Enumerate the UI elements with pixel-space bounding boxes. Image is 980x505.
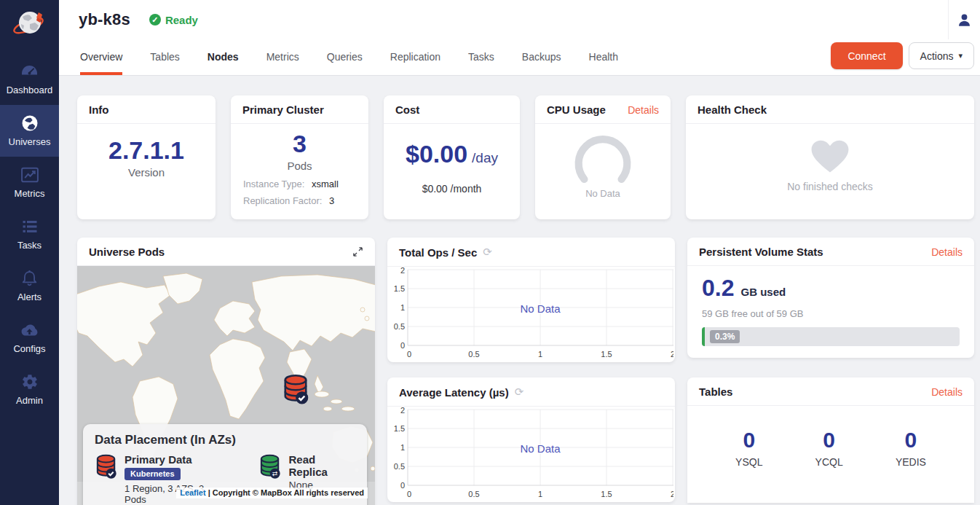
- svg-text:1: 1: [538, 490, 542, 498]
- yugabyte-logo[interactable]: [11, 0, 49, 53]
- sidebar-item-admin[interactable]: Admin: [0, 364, 59, 415]
- persistent-volume-title: Persistent Volume Stats: [699, 246, 823, 258]
- ysql-label: YSQL: [735, 456, 762, 468]
- cost-per-day-unit: /day: [472, 150, 498, 165]
- bell-icon: [0, 268, 59, 288]
- sidebar-item-label: Configs: [0, 343, 59, 354]
- yedis-label: YEDIS: [896, 456, 926, 468]
- tab-tables[interactable]: Tables: [150, 39, 179, 75]
- persistent-volume-card: Persistent Volume Stats Details 0.2 GB u…: [687, 238, 974, 358]
- pv-percent-badge: 0.3%: [710, 330, 740, 343]
- svg-text:2: 2: [400, 267, 405, 275]
- refresh-icon[interactable]: ⟳: [515, 385, 524, 399]
- map-copyright: | Copyright © MapBox All rights reserved: [208, 488, 364, 497]
- tab-health[interactable]: Health: [589, 39, 618, 75]
- overview-content: Info 2.7.1.1 Version Primary Cluster 3 P…: [59, 76, 980, 505]
- health-check-title: Health Check: [698, 103, 767, 116]
- svg-text:0.5: 0.5: [468, 350, 479, 359]
- avg-latency-no-data: No Data: [520, 442, 561, 455]
- data-placement-title: Data Placement (In AZs): [95, 433, 355, 447]
- tables-yedis: 0 YEDIS: [896, 428, 926, 468]
- instance-type-value: xsmall: [312, 179, 339, 189]
- tab-backups[interactable]: Backups: [522, 39, 561, 75]
- pv-used-value: 0.2: [702, 275, 734, 302]
- pv-free-text: 59 GB free out of 59 GB: [702, 308, 960, 319]
- svg-text:0.5: 0.5: [468, 490, 479, 498]
- leaflet-link[interactable]: Leaflet: [180, 488, 205, 497]
- tab-metrics[interactable]: Metrics: [266, 39, 299, 75]
- connect-button[interactable]: Connect: [831, 42, 902, 69]
- sidebar: Dashboard Universes Metrics: [0, 0, 59, 505]
- instance-type-row: Instance Type: xsmall: [243, 179, 356, 189]
- svg-text:0: 0: [407, 350, 411, 359]
- tables-title: Tables: [699, 385, 732, 398]
- sidebar-item-label: Metrics: [0, 188, 59, 199]
- pods-caption: Pods: [231, 160, 368, 172]
- map-attribution: Leaflet | Copyright © MapBox All rights …: [176, 488, 368, 498]
- ycql-label: YCQL: [815, 456, 843, 468]
- sidebar-item-label: Alerts: [0, 291, 59, 302]
- sidebar-item-metrics[interactable]: Metrics: [0, 157, 59, 208]
- replication-factor-value: 3: [329, 195, 334, 206]
- ready-check-icon: ✓: [149, 14, 161, 26]
- info-card: Info 2.7.1.1 Version: [77, 95, 216, 219]
- replication-factor-row: Replication Factor: 3: [243, 195, 356, 206]
- sync-icon: ⇄: [272, 470, 278, 477]
- world-map[interactable]: Data Placement (In AZs): [77, 266, 375, 505]
- primary-cluster-card: Primary Cluster 3 Pods Instance Type: xs…: [231, 95, 368, 219]
- sidebar-item-label: Dashboard: [0, 85, 59, 95]
- total-ops-chart: 0 0.5 1 1.5 2 0 0.5 1 1.5 2: [387, 267, 673, 361]
- primary-data-name: Primary Data: [125, 453, 225, 466]
- cpu-usage-card: CPU Usage Details No Data: [535, 95, 671, 219]
- pv-progress-bar: 0.3%: [702, 327, 960, 346]
- cpu-no-data: No Data: [535, 188, 671, 199]
- sidebar-item-universes[interactable]: Universes: [0, 105, 59, 157]
- sidebar-item-configs[interactable]: Configs: [0, 312, 59, 364]
- total-ops-title: Total Ops / Sec: [399, 246, 477, 259]
- avg-latency-card: Average Latency (µs) ⟳: [387, 377, 675, 502]
- total-ops-no-data: No Data: [520, 302, 561, 315]
- tab-tasks[interactable]: Tasks: [468, 39, 494, 75]
- read-replica-name: Read Replica: [289, 453, 355, 478]
- sidebar-item-alerts[interactable]: Alerts: [0, 260, 59, 312]
- health-no-checks: No finished checks: [686, 181, 974, 192]
- svg-text:1: 1: [538, 350, 542, 359]
- refresh-icon[interactable]: ⟳: [483, 246, 492, 259]
- caret-down-icon: ▾: [958, 51, 963, 60]
- cpu-usage-title: CPU Usage: [547, 103, 606, 116]
- svg-text:1.5: 1.5: [601, 350, 612, 359]
- cpu-gauge-icon: [535, 133, 671, 191]
- ycql-count: 0: [815, 428, 843, 453]
- tab-queries[interactable]: Queries: [327, 39, 363, 75]
- pv-details-link[interactable]: Details: [931, 246, 963, 258]
- globe-icon: [0, 113, 59, 133]
- sidebar-item-tasks[interactable]: Tasks: [0, 208, 59, 260]
- tables-details-link[interactable]: Details: [931, 386, 963, 398]
- svg-text:1.5: 1.5: [601, 490, 612, 498]
- tab-nodes[interactable]: Nodes: [208, 39, 239, 75]
- ysql-count: 0: [735, 428, 762, 453]
- tab-replication[interactable]: Replication: [390, 39, 440, 75]
- cloud-upload-icon: [0, 320, 59, 340]
- tables-ysql: 0 YSQL: [735, 428, 762, 468]
- svg-text:1.5: 1.5: [394, 424, 405, 433]
- primary-database-icon: [95, 453, 117, 479]
- user-menu[interactable]: [948, 0, 980, 39]
- actions-button[interactable]: Actions ▾: [909, 42, 974, 69]
- list-icon: [0, 216, 59, 236]
- svg-text:0: 0: [400, 341, 405, 350]
- info-card-title: Info: [89, 103, 109, 116]
- pv-used-unit: GB used: [740, 286, 786, 298]
- universe-title: yb-k8s: [79, 10, 130, 29]
- yedis-count: 0: [896, 428, 926, 453]
- tab-overview[interactable]: Overview: [80, 39, 122, 75]
- primary-data-map-marker[interactable]: [282, 374, 309, 404]
- svg-text:0: 0: [407, 490, 411, 498]
- sidebar-item-label: Tasks: [0, 240, 59, 251]
- universe-pods-title: Universe Pods: [89, 246, 165, 258]
- cpu-details-link[interactable]: Details: [628, 104, 659, 116]
- svg-text:1: 1: [400, 443, 405, 452]
- expand-icon[interactable]: [352, 246, 363, 257]
- sidebar-item-dashboard[interactable]: Dashboard: [0, 53, 59, 105]
- sidebar-item-label: Universes: [0, 136, 59, 147]
